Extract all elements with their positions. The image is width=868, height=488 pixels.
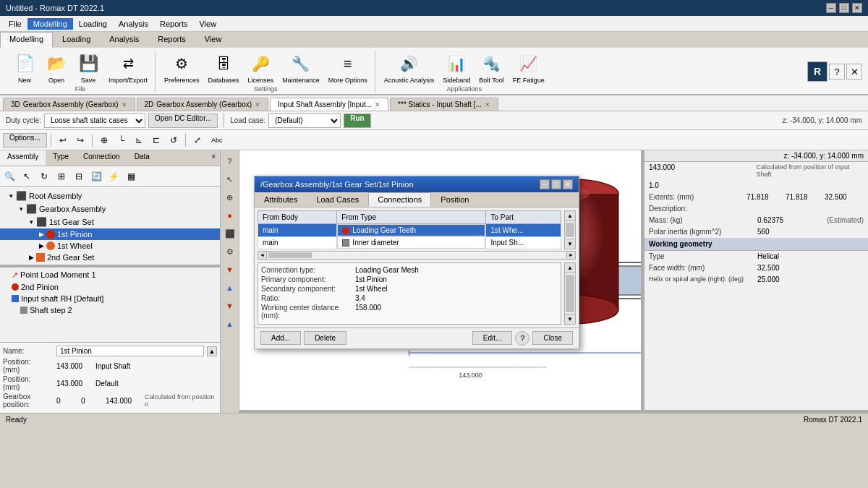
bottom-tree-item-shaft-step[interactable]: Shaft step 2 [0,304,220,316]
tab-input-shaft[interactable]: Input Shaft Assembly [Input... ✕ [270,98,388,111]
bottom-resize-handle[interactable] [239,410,868,413]
rotate-tool-btn[interactable]: ↺ [166,132,182,148]
angle-tool-btn[interactable]: ⊾ [131,132,147,148]
label-btn[interactable]: Abc [207,132,227,148]
menu-file[interactable]: File [3,18,27,30]
left-panel-close-btn[interactable]: × [207,150,220,166]
dialog-tab-load-cases[interactable]: Load Cases [307,192,368,207]
detail-scroll-down[interactable]: ▼ [565,314,575,324]
tab-connection[interactable]: Connection [76,150,127,166]
redo-btn[interactable]: ↪ [72,132,88,148]
h-scroll-left[interactable]: ◄ [258,252,267,259]
sidebar-icon-9[interactable]: ▼ [222,298,238,314]
ribbon-tab-view[interactable]: View [195,32,231,48]
tree-item-pinion1[interactable]: ▶ 1st Pinion [0,228,220,240]
dialog-tab-connections[interactable]: Connections [368,192,431,207]
detail-scroll-up[interactable]: ▲ [565,263,575,273]
left-refresh-icon[interactable]: ↻ [36,168,52,184]
gearbox-arrow[interactable]: ▾ [16,205,26,213]
prop-expand-btn[interactable]: ▲ [207,346,217,356]
toolbar-options-btn[interactable]: Options... [3,133,47,147]
ribbon-tab-modelling[interactable]: Modelling [0,32,53,48]
bottom-tree-item-input-shaft-rh[interactable]: Input shaft RH [Default] [0,293,220,304]
dialog-close-btn[interactable]: ✕ [563,179,573,189]
sidebar-icon-6[interactable]: ⚙ [222,244,238,260]
ribbon-tab-reports[interactable]: Reports [148,32,195,48]
ribbon-tab-loading[interactable]: Loading [53,32,100,48]
select-tool-btn[interactable]: ⊕ [96,132,112,148]
tree-item-gear2set[interactable]: ▶ 2nd Gear Set [0,252,220,263]
bracket-tool-btn[interactable]: ⊏ [148,132,164,148]
left-load-icon[interactable]: ⚡ [106,168,122,184]
menu-loading[interactable]: Loading [73,18,113,30]
import-export-button[interactable]: ⇄ Import/Export [106,51,150,85]
scroll-down-btn[interactable]: ▼ [565,239,575,249]
acoustic-analysis-button[interactable]: 🔊 Acoustic Analysis [381,51,438,85]
tree-item-gear1set[interactable]: ▾ ⬛ 1st Gear Set [0,215,220,228]
wheel1-arrow[interactable]: ▶ [36,242,46,249]
question-btn[interactable]: ? [515,331,529,346]
table-scrollbar[interactable]: ▲ ▼ [564,210,576,249]
conn-row-1[interactable]: main Loading Gear Teeth 1st Whe... [258,224,561,237]
tree-item-wheel1[interactable]: ▶ 1st Wheel [0,240,220,252]
left-filter-icon[interactable]: ▦ [123,168,139,184]
detail-scroll-thumb[interactable] [566,275,574,312]
h-scroll-right[interactable]: ► [566,252,575,259]
tab-3d-gearbox[interactable]: 3D Gearbox Assembly (Gearbox) ✕ [3,98,135,111]
pinion1-arrow[interactable]: ▶ [36,231,46,238]
menu-view[interactable]: View [193,18,222,30]
menu-modelling[interactable]: Modelling [27,18,73,30]
tab-statics[interactable]: *** Statics - Input Shaft [... ✕ [390,98,498,111]
zoom-fit-btn[interactable]: ⤢ [190,132,205,148]
sidebar-icon-5[interactable]: ⬛ [222,226,238,241]
maximize-btn[interactable]: □ [839,3,849,13]
edit-btn[interactable]: Edit... [472,331,513,345]
menu-analysis[interactable]: Analysis [113,18,154,30]
sidebar-icon-2[interactable]: ↖ [222,171,238,187]
licenses-button[interactable]: 🔑 Licenses [245,51,277,85]
preferences-button[interactable]: ⚙ Preferences [161,51,203,85]
dialog-maximize-btn[interactable]: □ [551,179,561,189]
left-expand-icon[interactable]: ⊞ [54,168,69,184]
gear2set-arrow[interactable]: ▶ [26,254,36,261]
table-h-scroll[interactable]: ◄ ► [258,251,576,260]
tab-2d-close[interactable]: ✕ [255,101,260,108]
run-btn[interactable]: Run [344,114,370,128]
left-collapse-icon[interactable]: ⊟ [71,168,87,184]
romax-icon[interactable]: R [807,61,827,82]
more-options-button[interactable]: ≡ More Options [326,51,370,85]
open-button[interactable]: 📂 Open [42,51,71,85]
tab-type[interactable]: Type [46,150,76,166]
minimize-btn[interactable]: ─ [826,3,836,13]
tab-statics-close[interactable]: ✕ [485,101,490,108]
line-tool-btn[interactable]: └ [114,132,129,148]
sidebar-icon-8[interactable]: ▲ [222,280,238,296]
undo-btn[interactable]: ↩ [55,132,71,148]
scroll-up-btn[interactable]: ▲ [565,211,575,221]
tab-assembly[interactable]: Assembly [0,150,46,166]
dialog-tab-attributes[interactable]: Attributes [255,192,307,207]
gear1set-arrow[interactable]: ▾ [26,218,36,226]
bolt-tool-button[interactable]: 🔩 Bolt Tool [476,51,506,85]
new-button[interactable]: 📄 New [10,51,39,85]
close-btn[interactable]: ✕ [852,3,862,13]
sidebar-icon-4[interactable]: ● [222,207,238,223]
sidebar-icon-10[interactable]: ▲ [222,316,238,332]
h-scroll-thumb[interactable] [268,252,312,258]
tab-3d-close[interactable]: ✕ [122,101,127,108]
scroll-thumb[interactable] [566,223,574,237]
right-resize-handle[interactable] [641,150,644,413]
dialog-tab-position[interactable]: Position [431,192,478,207]
root-arrow[interactable]: ▾ [6,192,16,200]
tree-item-gearbox[interactable]: ▾ ⬛ Gearbox Assembly [0,202,220,215]
delete-btn[interactable]: Delete [304,331,346,345]
save-button[interactable]: 💾 Save [74,51,103,85]
tab-2d-gearbox[interactable]: 2D Gearbox Assembly (Gearbox) ✕ [137,98,269,111]
tab-input-shaft-close[interactable]: ✕ [375,101,380,108]
conn-row-2[interactable]: main Inner diameter Input Sh... [258,236,561,249]
load-case-select[interactable]: (Default) [268,114,341,128]
databases-button[interactable]: 🗄 Databases [205,51,242,85]
dialog-minimize-btn[interactable]: ─ [540,179,550,189]
sidebar-icon-1[interactable]: ? [222,153,238,169]
left-search-icon[interactable]: 🔍 [1,168,17,184]
